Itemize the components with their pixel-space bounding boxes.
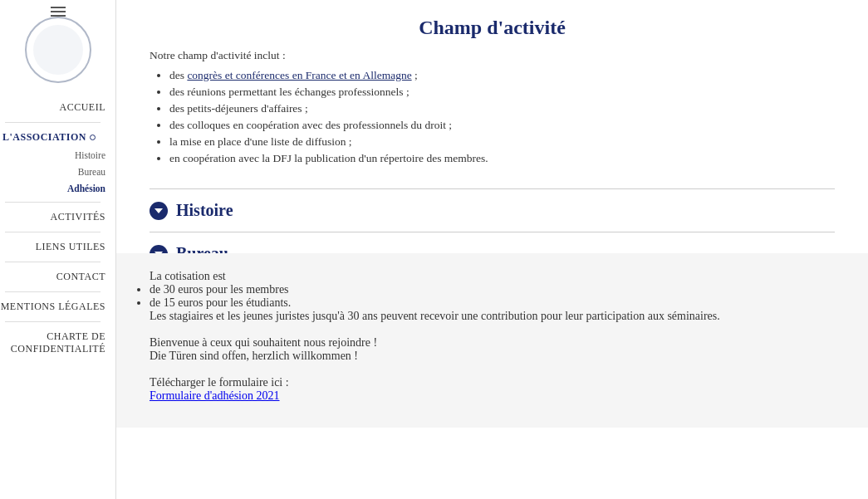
cotisation-label: La cotisation est bbox=[150, 270, 835, 283]
bienvenue-text: Bienvenue à ceux qui souhaitent nous rej… bbox=[150, 336, 835, 350]
list-item: des colloques en coopération avec des pr… bbox=[169, 119, 835, 132]
accordion-icon-histoire bbox=[150, 202, 168, 220]
sidebar-nav: ACCUEIL L'ASSOCIATION Histoire Bureau Ad… bbox=[0, 98, 115, 359]
download-label: Télécharger le formulaire ici : bbox=[150, 376, 835, 389]
list-item: des petits-déjeuners d'affaires ; bbox=[169, 102, 835, 115]
congres-link[interactable]: congrès et conférences en France et en A… bbox=[187, 69, 411, 81]
sidebar-item-accueil[interactable]: ACCUEIL bbox=[0, 98, 105, 117]
stagiaires-text: Les stagiaires et les jeunes juristes ju… bbox=[150, 310, 835, 323]
sidebar-item-bureau[interactable]: Bureau bbox=[0, 164, 105, 180]
accordion-histoire-label: Histoire bbox=[176, 201, 233, 220]
list-item: en coopération avec la DFJ la publicatio… bbox=[169, 152, 835, 165]
champ-list: des congrès et conférences en France et … bbox=[150, 69, 835, 165]
list-item: des réunions permettant les échanges pro… bbox=[169, 86, 835, 99]
sidebar-item-activites[interactable]: ACTIVITÉS bbox=[0, 208, 105, 227]
sidebar: ACCUEIL L'ASSOCIATION Histoire Bureau Ad… bbox=[0, 0, 116, 499]
hamburger-menu[interactable] bbox=[51, 7, 66, 17]
cotisation-list: de 30 euros pour les membres de 15 euros… bbox=[150, 283, 835, 310]
section-champ: Champ d'activité Notre champ d'activité … bbox=[150, 17, 835, 189]
champ-title: Champ d'activité bbox=[150, 17, 835, 39]
sidebar-item-contact[interactable]: CONTACT bbox=[0, 267, 105, 286]
association-dot bbox=[90, 135, 96, 140]
sidebar-item-histoire[interactable]: Histoire bbox=[0, 147, 105, 164]
turen-text: Die Türen sind offen, herzlich willkomme… bbox=[150, 350, 835, 363]
sidebar-item-adhesion[interactable]: Adhésion bbox=[0, 180, 105, 197]
sidebar-item-mentions[interactable]: MENTIONS LÉGALES bbox=[0, 297, 105, 316]
accordion-histoire-header[interactable]: Histoire bbox=[150, 201, 835, 220]
sidebar-item-association[interactable]: L'ASSOCIATION bbox=[2, 128, 86, 147]
accordion-histoire: Histoire bbox=[150, 189, 835, 232]
list-item: de 15 euros pour les étudiants. bbox=[150, 296, 835, 310]
sidebar-logo bbox=[25, 17, 91, 83]
sidebar-item-liens[interactable]: LIENS UTILES bbox=[0, 237, 105, 257]
sidebar-item-charte[interactable]: CHARTE DE CONFIDENTIALITÉ bbox=[0, 327, 105, 359]
champ-intro: Notre champ d'activité inclut : bbox=[150, 49, 835, 62]
list-item: de 30 euros pour les membres bbox=[150, 283, 835, 296]
list-item: la mise en place d'une liste de diffusio… bbox=[169, 135, 835, 149]
adhesion-content: La cotisation est de 30 euros pour les m… bbox=[116, 253, 868, 428]
list-item: des congrès et conférences en France et … bbox=[169, 69, 835, 82]
form-link[interactable]: Formulaire d'adhésion 2021 bbox=[150, 389, 280, 402]
